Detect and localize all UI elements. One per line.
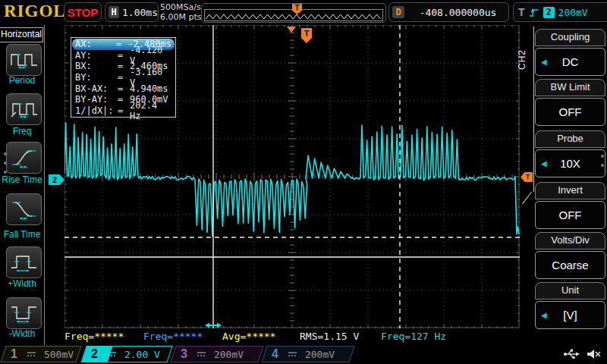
measurement-freq-1[interactable]: Freq=*****: [64, 331, 124, 342]
coupling-title: Coupling: [535, 29, 605, 46]
channel-3-number: 3: [181, 347, 187, 361]
measure-freq-button[interactable]: [6, 93, 42, 125]
ch2-ground-marker-icon[interactable]: 2: [49, 174, 64, 185]
rise-time-label: Rise Time: [0, 174, 44, 185]
cursor-row-bx-ax: BX-AX: = 4.940ms: [72, 83, 175, 94]
menu-group-volts-div: Volts/Div Coarse: [535, 232, 605, 279]
period-label: Period: [0, 75, 44, 86]
menu-page-dot: [601, 164, 604, 167]
channel-4-number: 4: [272, 347, 278, 361]
svg-text:T: T: [304, 29, 310, 38]
dc-coupling-icon: [288, 350, 297, 358]
menu-group-bw-limit: BW Limit OFF: [535, 79, 605, 126]
channel-3-scale: 200mV: [214, 349, 244, 360]
left-arrow-icon: ◀: [541, 58, 547, 66]
channel-3-button[interactable]: 3 200mV: [173, 346, 261, 362]
channel-2-scale: 2.00 V: [124, 349, 160, 360]
menu-group-coupling: Coupling ◀ DC: [535, 29, 605, 76]
cursor-row-by: BY: = -3.160 V: [72, 72, 175, 83]
probe-title: Probe: [535, 130, 605, 148]
cursor-readout-panel: AX: = -2.480ms AY: = -4.120 V BX: = 2.46…: [71, 37, 176, 118]
volts-div-value-button[interactable]: Coarse: [535, 251, 605, 279]
invert-value-button[interactable]: OFF: [535, 201, 605, 229]
channel-1-number: 1: [11, 347, 17, 361]
measure-fall-time-button[interactable]: [6, 193, 42, 225]
sample-rate-block: 500MSa/s 6.00M pts: [160, 2, 202, 22]
bw-limit-title: BW Limit: [535, 79, 605, 96]
minus-width-icon: [10, 303, 39, 324]
sample-rate: 500MSa/s: [160, 2, 202, 12]
channel-4-scale: 200mV: [305, 349, 335, 360]
dc-coupling-icon: [27, 350, 36, 358]
top-status-bar: RIGOL STOP H 1.00ms 500MSa/s 6.00M pts T…: [0, 0, 607, 25]
unit-value: [V]: [563, 309, 577, 322]
unit-value-button[interactable]: ◀ [V]: [535, 301, 605, 329]
sidebar-page-dot: [4, 152, 7, 155]
h-badge: H: [109, 6, 119, 18]
plus-width-icon: [10, 252, 39, 273]
speaker-muted-icon: [586, 347, 601, 361]
channel-1-scale: 500mV: [44, 349, 74, 360]
sidebar-title: Horizontal: [0, 27, 43, 42]
run-state-indicator[interactable]: STOP: [64, 2, 102, 22]
channel-1-button[interactable]: 1 500mV: [3, 346, 79, 362]
horizontal-center-marker-icon: [287, 27, 296, 33]
invert-title: Invert: [535, 182, 605, 199]
minus-width-label: -Width: [0, 328, 44, 339]
rise-time-icon: [10, 147, 39, 168]
delay-badge: D: [392, 6, 404, 18]
menu-group-invert: Invert OFF: [535, 182, 605, 229]
measure-neg-width-button[interactable]: [6, 297, 42, 329]
measurement-status-bar: Freq=***** Freq=***** Avg=***** RMS=1.15…: [64, 329, 565, 344]
measurement-freq-3[interactable]: Freq=127 Hz: [381, 331, 446, 342]
measurement-rms[interactable]: RMS=1.15 V: [300, 331, 359, 342]
memory-position-bar[interactable]: T: [201, 3, 386, 23]
left-arrow-icon: ◀: [541, 311, 547, 319]
left-arrow-icon: ◀: [541, 159, 547, 168]
trigger-position-flag-icon[interactable]: T: [301, 28, 312, 43]
channel-menu-panel: CH2 Coupling ◀ DC BW Limit OFF Probe ◀ 1…: [514, 25, 607, 349]
menu-group-probe: Probe ◀ 10X: [535, 130, 605, 177]
coupling-value-button[interactable]: ◀ DC: [535, 48, 605, 76]
invert-value: OFF: [559, 209, 582, 221]
freq-label: Freq: [0, 126, 44, 136]
channel-4-button[interactable]: 4 200mV: [264, 346, 352, 362]
trigger-delay-block[interactable]: D -408.000000us: [388, 2, 509, 22]
measure-rise-time-button[interactable]: [6, 142, 42, 174]
channel-status-bar: 1 500mV 2 2.00 V 3 200mV: [0, 345, 607, 364]
unit-title: Unit: [535, 282, 605, 300]
sidebar-page-dot: [4, 171, 7, 174]
channel-2-button[interactable]: 2 2.00 V: [83, 346, 170, 362]
cursor-row-ay: AY: = -4.120 V: [72, 50, 175, 61]
measurement-avg[interactable]: Avg=*****: [222, 331, 275, 342]
fall-time-label: Fall Time: [0, 229, 44, 240]
volts-div-title: Volts/Div: [535, 232, 605, 249]
timebase-value: 1.00ms: [122, 7, 158, 18]
measure-pos-width-button[interactable]: [6, 246, 42, 278]
menu-group-unit: Unit ◀ [V]: [535, 282, 605, 329]
measure-period-button[interactable]: [6, 44, 42, 76]
volts-div-value: Coarse: [552, 259, 588, 271]
menu-tab-edge: [533, 27, 534, 192]
trigger-source-badge: 2: [543, 7, 555, 18]
freq-icon: [10, 99, 39, 120]
menu-tab-edge-diagonal: [522, 192, 532, 204]
dc-coupling-icon: [107, 350, 117, 358]
bw-limit-value-button[interactable]: OFF: [535, 98, 605, 126]
trigger-status-block[interactable]: T 2 200mV: [513, 2, 607, 22]
memory-depth: 6.00M pts: [160, 12, 202, 22]
bw-limit-value: OFF: [559, 105, 582, 118]
delay-value: -408.000000us: [407, 7, 508, 18]
plus-width-label: +Width: [0, 278, 44, 289]
trigger-label: T: [518, 6, 525, 18]
channel-2-number: 2: [91, 347, 98, 361]
trigger-level-value: 200mV: [558, 7, 588, 18]
probe-value-button[interactable]: ◀ 10X: [535, 149, 605, 177]
horizontal-timebase[interactable]: H 1.00ms: [105, 2, 159, 22]
rigol-logo: RIGOL: [4, 2, 66, 21]
menu-tab-ch2: CH2: [517, 49, 527, 70]
measurement-freq-2[interactable]: Freq=*****: [143, 331, 203, 342]
usb-icon: [563, 347, 580, 361]
period-icon: [10, 49, 39, 71]
rising-edge-icon: [529, 7, 539, 17]
